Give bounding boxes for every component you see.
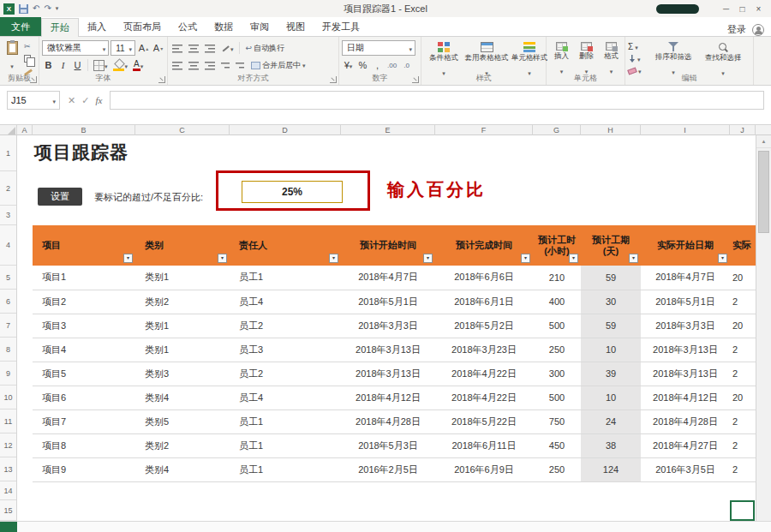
redo-icon[interactable]: ↷	[44, 3, 51, 14]
column-header-D[interactable]: D	[230, 125, 341, 135]
table-cell[interactable]: 10	[581, 386, 641, 409]
table-cell[interactable]: 124	[581, 457, 641, 481]
row-header-13[interactable]: 13	[0, 457, 16, 481]
table-cell[interactable]: 38	[581, 433, 641, 457]
table-cell[interactable]: 210	[533, 266, 581, 290]
table-cell[interactable]: 员工1	[230, 266, 341, 290]
table-cell[interactable]: 项目2	[33, 290, 135, 314]
filter-icon[interactable]: ▾	[123, 254, 133, 263]
vertical-scrollbar[interactable]: ▲	[756, 135, 771, 521]
row-header-9[interactable]: 9	[0, 362, 16, 386]
table-cell[interactable]: 10	[581, 338, 641, 362]
maximize-button[interactable]: □	[734, 2, 750, 15]
table-cell[interactable]: 类别2	[135, 433, 230, 457]
table-cell[interactable]: 项目7	[33, 409, 135, 433]
row-header-6[interactable]: 6	[0, 290, 16, 314]
row-header-14[interactable]: 14	[0, 481, 16, 500]
column-header-A[interactable]: A	[17, 125, 33, 135]
filter-icon[interactable]: ▾	[423, 254, 433, 263]
table-cell[interactable]: 2018年3月13日	[641, 338, 730, 362]
table-cell[interactable]: 项目3	[33, 314, 135, 338]
cells-area[interactable]: 项目跟踪器 设置 要标记的超过/不足百分比: 25% 输入百分比 项目▾类别▾责…	[17, 135, 756, 521]
table-cell[interactable]: 250	[533, 457, 581, 481]
table-cell[interactable]: 59	[581, 266, 641, 290]
table-cell[interactable]: 类别1	[135, 338, 230, 362]
table-cell[interactable]: 2018年4月7日	[641, 266, 730, 290]
column-header-H[interactable]: H	[581, 125, 641, 135]
tab-data[interactable]: 数据	[206, 17, 242, 36]
table-cell[interactable]: 2018年5月3日	[341, 433, 435, 457]
tab-insert[interactable]: 插入	[79, 17, 115, 36]
table-cell[interactable]: 500	[533, 314, 581, 338]
format-cells-button[interactable]: 格式	[599, 39, 624, 77]
filter-icon[interactable]: ▾	[218, 254, 227, 263]
table-cell[interactable]: 类别5	[135, 409, 230, 433]
percent-style-icon[interactable]: %	[356, 57, 369, 73]
cut-icon[interactable]: ✂	[24, 41, 36, 51]
select-all-corner[interactable]	[0, 125, 17, 134]
table-cell[interactable]: 2018年6月6日	[435, 266, 533, 290]
table-cell[interactable]: 员工3	[230, 338, 341, 362]
tab-view[interactable]: 视图	[278, 17, 314, 36]
filter-icon[interactable]: ▾	[569, 254, 578, 263]
enter-icon[interactable]: ✓	[81, 95, 89, 106]
fill-color-icon[interactable]	[111, 57, 130, 73]
row-header-8[interactable]: 8	[0, 338, 16, 362]
row-header-7[interactable]: 7	[0, 314, 16, 338]
table-cell[interactable]: 2	[730, 362, 756, 386]
formula-input[interactable]	[110, 91, 764, 110]
table-cell[interactable]: 员工4	[230, 386, 341, 409]
font-name-select[interactable]: 微软雅黑	[42, 40, 109, 56]
table-cell[interactable]: 2016年2月5日	[341, 457, 435, 481]
table-cell[interactable]: 2016年6月9日	[435, 457, 533, 481]
scrollbar-thumb[interactable]	[758, 151, 769, 233]
tab-review[interactable]: 审阅	[242, 17, 278, 36]
table-cell[interactable]: 20	[730, 314, 756, 338]
font-color-icon[interactable]: A	[131, 57, 145, 73]
table-cell[interactable]: 2018年4月28日	[641, 409, 730, 433]
bold-button[interactable]: B	[42, 57, 55, 73]
table-cell[interactable]: 员工4	[230, 290, 341, 314]
shrink-font-icon[interactable]: A▾	[152, 40, 164, 56]
number-format-select[interactable]: 日期	[342, 40, 415, 56]
accounting-format-icon[interactable]: ¥	[342, 57, 355, 73]
active-cell-J15[interactable]	[730, 500, 755, 521]
table-cell[interactable]: 20	[730, 266, 756, 290]
table-cell[interactable]: 2	[730, 433, 756, 457]
table-cell[interactable]: 59	[581, 314, 641, 338]
filter-icon[interactable]: ▾	[329, 254, 338, 263]
row-header-2[interactable]: 2	[0, 171, 16, 206]
dialog-launcher-icon[interactable]	[412, 76, 419, 83]
comma-style-icon[interactable]: ,	[371, 57, 384, 73]
align-middle-icon[interactable]	[187, 40, 201, 56]
align-bottom-icon[interactable]	[203, 40, 218, 56]
table-cell[interactable]: 项目5	[33, 362, 135, 386]
table-cell[interactable]: 2018年6月1日	[435, 290, 533, 314]
row-header-12[interactable]: 12	[0, 433, 16, 457]
column-header-B[interactable]: B	[33, 125, 135, 135]
table-cell[interactable]: 员工1	[230, 433, 341, 457]
autosum-button[interactable]: Σ	[628, 41, 648, 52]
table-cell[interactable]: 2018年4月7日	[341, 266, 435, 290]
column-header-I[interactable]: I	[641, 125, 730, 135]
table-cell[interactable]: 2018年3月23日	[435, 338, 533, 362]
insert-cells-button[interactable]: 插入	[549, 39, 574, 77]
align-center-icon[interactable]	[187, 57, 201, 73]
table-cell[interactable]: 项目9	[33, 457, 135, 481]
login-button[interactable]: 登录	[721, 23, 752, 36]
scroll-up-icon[interactable]: ▲	[756, 135, 771, 148]
borders-icon[interactable]	[92, 57, 110, 73]
row-header-5[interactable]: 5	[0, 266, 16, 290]
table-cell[interactable]: 类别1	[135, 266, 230, 290]
table-cell[interactable]: 2018年3月3日	[641, 314, 730, 338]
table-cell[interactable]: 2018年5月22日	[435, 409, 533, 433]
table-cell[interactable]: 2018年5月2日	[435, 314, 533, 338]
table-cell[interactable]: 2018年3月13日	[641, 362, 730, 386]
table-cell[interactable]: 2018年3月3日	[341, 314, 435, 338]
column-header-E[interactable]: E	[341, 125, 435, 135]
insert-function-icon[interactable]: fx	[95, 95, 102, 105]
table-cell[interactable]: 2018年6月11日	[435, 433, 533, 457]
italic-button[interactable]: I	[57, 57, 69, 73]
tab-formulas[interactable]: 公式	[170, 17, 206, 36]
decrease-indent-icon[interactable]	[219, 57, 232, 73]
